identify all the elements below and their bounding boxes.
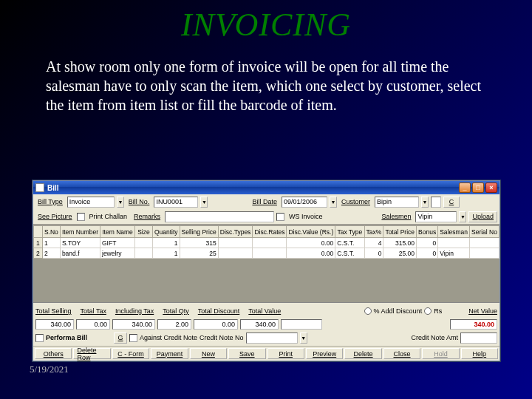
delete-button[interactable]: Delete	[344, 348, 381, 359]
grid-cell[interactable]: 315	[180, 238, 218, 248]
upload-button[interactable]: Upload	[468, 211, 497, 222]
grid-cell[interactable]: S.TOY	[60, 238, 100, 248]
print-challan-checkbox[interactable]	[77, 213, 85, 221]
remarks-label: Remarks	[132, 211, 163, 222]
grid-header[interactable]: Salesman	[438, 226, 470, 238]
cform-button[interactable]: C - Form	[112, 348, 149, 359]
grid-cell[interactable]: band.f	[60, 248, 100, 259]
app-icon	[35, 183, 44, 192]
table-row[interactable]: 22band.fjewelry1250.00C.S.T.025.000Vipin	[34, 248, 499, 259]
salesmen-field[interactable]: Vipin	[415, 211, 457, 222]
close-button[interactable]: ×	[485, 183, 497, 193]
customer-dropdown[interactable]: ▼	[421, 197, 429, 208]
grid-cell[interactable]	[469, 248, 499, 259]
grid-cell[interactable]: 2	[42, 248, 60, 259]
grid-cell[interactable]: jewelry	[100, 248, 135, 259]
grid-header[interactable]: S.No	[42, 226, 60, 238]
grid-header[interactable]: Size	[135, 226, 153, 238]
grid-header[interactable]: Tax%	[364, 226, 383, 238]
grid-cell[interactable]: 1	[152, 238, 180, 248]
grid-cell[interactable]	[218, 248, 253, 259]
bill-type-dropdown[interactable]: ▼	[117, 197, 124, 208]
bill-no-dropdown[interactable]: ▼	[200, 197, 208, 208]
ws-invoice-checkbox[interactable]	[276, 213, 284, 221]
grid-cell[interactable]: 0	[364, 248, 383, 259]
close-app-button[interactable]: Close	[383, 348, 420, 359]
others-button[interactable]: Others	[35, 348, 72, 359]
grid-header[interactable]: Disc.Types	[218, 226, 253, 238]
cn-amt-field[interactable]	[460, 332, 497, 344]
grid-header[interactable]: Disc.Value (Rs.)	[287, 226, 335, 238]
row-header[interactable]: 1	[34, 238, 43, 248]
grid-cell[interactable]	[253, 248, 287, 259]
grid-cell[interactable]: 0.00	[287, 248, 335, 259]
bill-date-dropdown[interactable]: ▼	[330, 197, 337, 208]
grid-cell[interactable]: C.S.T.	[335, 238, 364, 248]
bill-no-field[interactable]: INU0001	[154, 197, 198, 208]
bill-date-field[interactable]: 09/01/2006	[282, 197, 327, 208]
salesmen-label: Salesmen	[379, 211, 413, 222]
grid-cell[interactable]: GIFT	[100, 238, 135, 248]
save-button[interactable]: Save	[228, 348, 265, 359]
g-button[interactable]: G	[114, 332, 127, 344]
addl-discount-field[interactable]	[281, 319, 322, 330]
salesmen-dropdown[interactable]: ▼	[459, 211, 466, 222]
grid-header[interactable]: Selling Price	[180, 226, 218, 238]
grid-header[interactable]: Disc.Rates	[253, 226, 287, 238]
ws-invoice-label: WS Invoice	[287, 211, 325, 222]
grid-cell[interactable]	[218, 238, 253, 248]
new-button[interactable]: New	[190, 348, 227, 359]
customer-field[interactable]: Bipin	[375, 197, 419, 208]
grid-header[interactable]: Item Number	[60, 226, 100, 238]
against-cn-checkbox[interactable]	[129, 334, 137, 342]
grid-cell[interactable]: 1	[42, 238, 60, 248]
grid-cell[interactable]: 25.00	[383, 248, 417, 259]
grid-cell[interactable]: 0.00	[287, 238, 335, 248]
delete-row-button[interactable]: Delete Row	[73, 348, 110, 359]
date-stamp: 5/19/2021	[30, 364, 69, 375]
help-button[interactable]: Help	[461, 348, 498, 359]
grid-cell[interactable]: 1	[152, 248, 180, 259]
grid-cell[interactable]: 0	[417, 238, 438, 248]
preview-button[interactable]: Preview	[306, 348, 343, 359]
grid-cell[interactable]: 315.00	[383, 238, 417, 248]
grid-cell[interactable]: 25	[180, 248, 218, 259]
titlebar[interactable]: Bill _ □ ×	[33, 181, 499, 194]
table-row[interactable]: 11S.TOYGIFT13150.00C.S.T.4315.000	[34, 238, 499, 248]
bill-date-label: Bill Date	[250, 197, 279, 207]
remarks-field[interactable]	[165, 211, 274, 222]
pct-discount-radio[interactable]	[364, 307, 372, 315]
see-picture-label: See Picture	[35, 211, 75, 222]
grid-header[interactable]: Total Price	[383, 226, 417, 238]
minimize-button[interactable]: _	[459, 183, 471, 193]
grid-cell[interactable]	[135, 238, 153, 248]
performa-checkbox[interactable]	[35, 334, 44, 342]
grid-header[interactable]: Quantity	[152, 226, 180, 238]
grid-cell[interactable]: Vipin	[438, 248, 470, 259]
cn-no-field[interactable]	[246, 332, 298, 344]
grid-header[interactable]: Item Name	[100, 226, 135, 238]
total-selling-label: Total Selling	[35, 307, 72, 315]
grid-cell[interactable]: 4	[364, 238, 383, 248]
grid-cell[interactable]	[253, 238, 287, 248]
maximize-button[interactable]: □	[472, 183, 484, 193]
payment-button[interactable]: Payment	[151, 348, 188, 359]
grid-header[interactable]: Tax Type	[335, 226, 364, 238]
row-header[interactable]: 2	[34, 248, 43, 259]
invoice-grid[interactable]: S.NoItem NumberItem NameSizeQuantitySell…	[33, 225, 499, 259]
grid-cell[interactable]: C.S.T.	[335, 248, 364, 259]
grid-cell[interactable]: 0	[417, 248, 438, 259]
hold-button: Hold	[422, 348, 459, 359]
rs-discount-radio[interactable]	[424, 307, 432, 315]
bill-type-field[interactable]: Invoice	[67, 197, 115, 208]
cn-no-dropdown[interactable]: ▼	[300, 332, 307, 344]
grid-cell[interactable]	[438, 238, 470, 248]
grid-corner	[34, 226, 43, 238]
grid-header[interactable]: Bonus	[417, 226, 438, 238]
c-button[interactable]: C	[443, 197, 460, 208]
customer-extra-field[interactable]	[431, 197, 441, 208]
grid-header[interactable]: Serial No	[469, 226, 499, 238]
grid-cell[interactable]	[135, 248, 153, 259]
print-button[interactable]: Print	[267, 348, 304, 359]
grid-cell[interactable]	[469, 238, 499, 248]
